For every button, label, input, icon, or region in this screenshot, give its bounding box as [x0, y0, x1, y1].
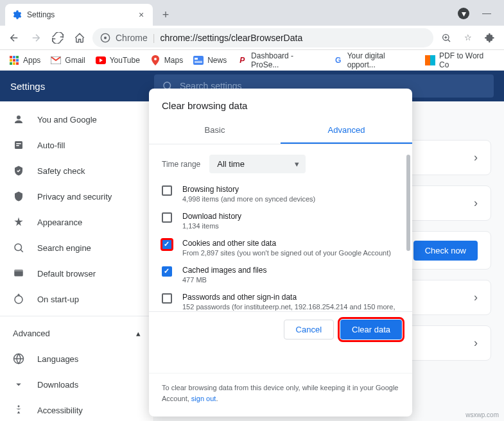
cancel-button[interactable]: Cancel: [284, 320, 334, 339]
sidebar-advanced-toggle[interactable]: Advanced▴: [0, 320, 153, 346]
zoom-icon[interactable]: [437, 29, 455, 47]
svg-point-21: [164, 82, 171, 89]
site-info-icon: [100, 33, 110, 43]
chevron-right-icon: ›: [474, 336, 478, 350]
time-range-label: Time range: [162, 160, 200, 169]
clear-browsing-data-dialog: Clear browsing data Basic Advanced Time …: [149, 89, 412, 417]
back-button[interactable]: [5, 29, 23, 47]
svg-rect-3: [10, 56, 12, 58]
google-g-icon: G: [333, 55, 343, 65]
bookmark-maps[interactable]: Maps: [146, 51, 187, 69]
svg-rect-18: [195, 62, 202, 63]
svg-point-31: [18, 406, 20, 408]
sidebar-item-downloads[interactable]: Downloads: [0, 372, 153, 397]
svg-rect-11: [16, 62, 19, 65]
bookmark-dashboard[interactable]: PDashboard - ProSe...: [233, 51, 327, 69]
tab-title: Settings: [27, 10, 131, 19]
svg-point-14: [154, 58, 157, 60]
sidebar-item-accessibility[interactable]: Accessibility: [0, 397, 153, 421]
option-cached[interactable]: Cached images and files477 MB: [162, 266, 399, 284]
bookmark-news[interactable]: News: [189, 51, 230, 69]
sidebar-item-search-engine[interactable]: Search engine: [0, 235, 153, 261]
svg-rect-25: [16, 145, 19, 146]
sidebar-item-safety-check[interactable]: Safety check: [0, 158, 153, 184]
home-button[interactable]: [71, 29, 89, 47]
pinterest-icon: P: [237, 55, 247, 65]
sidebar-item-languages[interactable]: Languages: [0, 346, 153, 372]
chevron-right-icon: ›: [474, 196, 478, 210]
svg-point-29: [15, 296, 22, 304]
checkbox-download-history[interactable]: [162, 212, 172, 223]
extensions-icon[interactable]: [481, 29, 499, 47]
svg-rect-24: [16, 143, 21, 144]
youtube-icon: [96, 55, 106, 65]
svg-rect-20: [430, 55, 435, 65]
option-cookies[interactable]: Cookies and other site dataFrom 2,897 si…: [162, 239, 399, 257]
tab-basic[interactable]: Basic: [149, 117, 281, 144]
dialog-scrollbar[interactable]: [406, 155, 410, 251]
option-passwords[interactable]: Passwords and other sign-in data152 pass…: [162, 293, 399, 311]
url-path: chrome://settings/clearBrowserData: [160, 33, 302, 43]
svg-rect-15: [193, 56, 204, 65]
bookmark-youtube[interactable]: YouTube: [92, 51, 144, 69]
reload-button[interactable]: [49, 29, 67, 47]
settings-header-title: Settings: [10, 81, 154, 92]
news-icon: [193, 55, 204, 65]
svg-rect-28: [14, 270, 23, 271]
bookmark-pdf[interactable]: PDF to Word Co: [421, 51, 499, 69]
dialog-title: Clear browsing data: [149, 89, 412, 117]
url-scheme: Chrome: [116, 33, 148, 43]
minimize-button[interactable]: —: [482, 8, 491, 19]
bookmark-gmail[interactable]: Gmail: [47, 51, 89, 69]
gear-icon: [12, 10, 22, 20]
watermark: wsxwp.com: [465, 411, 499, 418]
maps-icon: [150, 55, 161, 65]
check-now-button[interactable]: Check now: [413, 241, 478, 261]
svg-point-22: [17, 116, 21, 119]
svg-rect-19: [425, 55, 430, 65]
svg-rect-9: [10, 62, 12, 65]
chevron-right-icon: ›: [474, 151, 478, 164]
new-tab-button[interactable]: +: [157, 6, 175, 24]
svg-rect-16: [195, 58, 198, 60]
profile-icon[interactable]: ▾: [458, 8, 469, 19]
gmail-icon: [51, 55, 61, 65]
close-tab-icon[interactable]: ×: [136, 10, 146, 20]
bookmark-digital[interactable]: GYour digital opport...: [329, 51, 419, 69]
svg-rect-7: [13, 59, 15, 62]
dialog-note: To clear browsing data from this device …: [149, 373, 412, 417]
sidebar-item-privacy[interactable]: Privacy and security: [0, 184, 153, 209]
sign-out-link[interactable]: sign out: [191, 395, 216, 402]
checkbox-browsing-history[interactable]: [162, 185, 172, 196]
address-bar[interactable]: Chrome | chrome://settings/clearBrowserD…: [92, 28, 433, 47]
bookmark-star-icon[interactable]: ☆: [459, 29, 477, 47]
sidebar-item-you-and-google[interactable]: You and Google: [0, 107, 153, 132]
sidebar-item-startup[interactable]: On start-up: [0, 286, 153, 312]
svg-point-1: [104, 37, 107, 39]
sidebar-item-appearance[interactable]: Appearance: [0, 209, 153, 235]
svg-rect-4: [13, 56, 15, 58]
svg-rect-5: [16, 56, 19, 58]
pdf-icon: [425, 55, 435, 65]
chevron-right-icon: ›: [474, 291, 478, 304]
svg-rect-10: [13, 62, 15, 65]
browser-tab[interactable]: Settings ×: [5, 4, 153, 26]
chevron-up-icon: ▴: [136, 329, 141, 338]
svg-point-26: [15, 244, 22, 251]
time-range-select[interactable]: All time: [209, 155, 306, 173]
bookmark-apps[interactable]: Apps: [5, 51, 44, 69]
option-download-history[interactable]: Download history1,134 items: [162, 212, 399, 230]
sidebar-item-autofill[interactable]: Auto-fill: [0, 132, 153, 158]
apps-icon: [9, 55, 19, 65]
checkbox-passwords[interactable]: [162, 293, 172, 304]
clear-data-button[interactable]: Clear data: [340, 320, 402, 339]
sidebar-item-default-browser[interactable]: Default browser: [0, 261, 153, 286]
checkbox-cached[interactable]: [162, 266, 172, 277]
checkbox-cookies[interactable]: [162, 239, 172, 250]
svg-rect-17: [195, 61, 202, 62]
forward-button[interactable]: [27, 29, 45, 47]
option-browsing-history[interactable]: Browsing history4,998 items (and more on…: [162, 185, 399, 203]
svg-rect-8: [16, 59, 19, 62]
tab-advanced[interactable]: Advanced: [281, 117, 412, 144]
svg-rect-6: [10, 59, 12, 62]
